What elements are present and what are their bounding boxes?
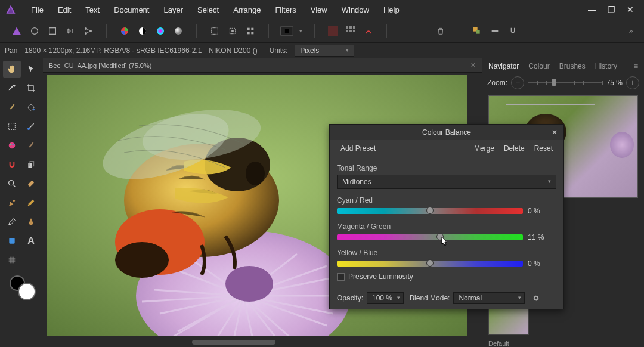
tab-navigator[interactable]: Navigator [486, 60, 521, 73]
svg-rect-32 [9, 123, 16, 130]
red-tool-icon[interactable] [360, 23, 377, 39]
horizontal-scrollbar[interactable] [192, 340, 275, 345]
pen-tool-icon[interactable] [3, 194, 21, 211]
menu-view[interactable]: View [304, 2, 335, 18]
paint-mixer-icon[interactable] [3, 137, 21, 154]
dialog-close-button[interactable]: ✕ [549, 127, 560, 138]
layer-thumbnail[interactable] [488, 309, 529, 335]
menu-filters[interactable]: Filters [268, 2, 303, 18]
zoom-out-button[interactable]: − [511, 76, 524, 89]
slider-thumb-0[interactable] [426, 207, 434, 214]
opacity-select[interactable]: 100 % [367, 292, 404, 304]
menu-edit[interactable]: Edit [51, 2, 78, 18]
slider-label-0: Cyan / Red [337, 196, 556, 205]
swatches-grid-icon[interactable] [342, 23, 359, 39]
tab-colour[interactable]: Colour [526, 60, 552, 73]
marquee-tool-icon[interactable] [3, 118, 21, 135]
pencil-tool-icon[interactable] [22, 194, 40, 211]
photo-persona-icon[interactable] [8, 23, 25, 39]
menu-help[interactable]: Help [376, 2, 407, 18]
colour-balance-dialog: Colour Balance ✕ Add Preset Merge Delete… [329, 124, 564, 309]
menu-select[interactable]: Select [190, 2, 226, 18]
grid-sel-icon[interactable] [242, 23, 259, 39]
eyedropper-icon[interactable] [3, 80, 21, 97]
document-tab[interactable]: Bee_CU_AA.jpg [Modified] (75.0%) ✕ [43, 58, 482, 73]
svg-rect-29 [476, 30, 480, 34]
mesh-tool-icon[interactable] [3, 252, 21, 268]
slider-track-1[interactable] [337, 234, 523, 240]
brush-tool-icon[interactable] [3, 99, 21, 116]
slider-value-0[interactable]: 0 % [528, 207, 556, 215]
crop-sel-icon[interactable] [224, 23, 241, 39]
add-preset-button[interactable]: Add Preset [336, 142, 380, 155]
zoom-in-button[interactable]: + [626, 76, 639, 89]
menu-document[interactable]: Document [107, 2, 156, 18]
gear-icon[interactable] [531, 293, 541, 303]
clone-tool-icon[interactable] [22, 156, 40, 173]
trash-icon[interactable] [432, 23, 449, 39]
blend-mode-select[interactable]: Normal [453, 292, 525, 304]
marquee-icon[interactable] [206, 23, 223, 39]
svg-point-52 [246, 162, 265, 185]
zoom-tool-icon[interactable] [3, 175, 21, 192]
fill-preview-icon[interactable] [278, 23, 295, 39]
align-icon[interactable] [487, 23, 503, 39]
export-persona-icon[interactable] [80, 23, 97, 39]
overflow-icon[interactable]: » [623, 23, 639, 39]
layers-icon[interactable] [469, 23, 485, 39]
maximize-button[interactable]: ❐ [602, 2, 620, 17]
magnet-tool-icon[interactable] [3, 156, 21, 173]
delete-button[interactable]: Delete [499, 142, 530, 155]
contrast-icon[interactable] [134, 23, 151, 39]
slider-thumb-1[interactable] [436, 233, 444, 240]
menu-arrange[interactable]: Arrange [226, 2, 268, 18]
svg-marker-2 [13, 27, 21, 35]
move-tool-icon[interactable] [22, 61, 40, 78]
tonal-range-select[interactable]: Midtones [337, 175, 556, 189]
color-swatches[interactable] [1, 275, 42, 302]
flood-fill-icon[interactable] [22, 99, 40, 116]
shape-tool-icon[interactable] [3, 233, 21, 249]
develop-persona-icon[interactable] [44, 23, 61, 39]
slider-track-2[interactable] [337, 261, 523, 267]
node-tool-icon[interactable] [3, 213, 21, 230]
crop-tool-icon[interactable] [22, 80, 40, 97]
preserve-luminosity-checkbox[interactable] [337, 273, 345, 281]
slider-track-0[interactable] [337, 208, 523, 214]
tone-map-persona-icon[interactable] [62, 23, 79, 39]
foreground-color-swatch[interactable] [18, 283, 36, 300]
tab-brushes[interactable]: Brushes [557, 60, 588, 73]
minimize-button[interactable]: — [583, 2, 601, 17]
close-tab-icon[interactable]: ✕ [470, 61, 476, 69]
sphere-icon[interactable] [170, 23, 187, 39]
menu-text[interactable]: Text [78, 2, 107, 18]
slider-value-1[interactable]: 11 % [528, 233, 556, 241]
color-wheel-icon[interactable] [116, 23, 133, 39]
healing-tool-icon[interactable] [22, 175, 40, 192]
merge-button[interactable]: Merge [469, 142, 499, 155]
liquify-persona-icon[interactable] [26, 23, 43, 39]
menu-file[interactable]: File [24, 2, 51, 18]
snap-icon[interactable] [504, 23, 521, 39]
smudge-tool-icon[interactable] [22, 137, 40, 154]
hue-icon[interactable] [152, 23, 169, 39]
dialog-titlebar[interactable]: Colour Balance ✕ [330, 125, 564, 140]
gradient-tool-icon[interactable] [22, 118, 40, 135]
red-swatch-icon[interactable] [324, 23, 341, 39]
panel-menu-icon[interactable]: ≡ [631, 60, 640, 73]
chevron-down-icon[interactable]: ▾ [296, 23, 305, 39]
vector-pen-icon[interactable] [22, 213, 40, 230]
reset-button[interactable]: Reset [530, 142, 558, 155]
zoom-slider[interactable] [528, 77, 603, 89]
slider-label-1: Magenta / Green [337, 222, 556, 231]
zoom-row: Zoom: − 75 % + [482, 74, 644, 92]
units-select[interactable]: Pixels ▾ [295, 45, 354, 57]
slider-thumb-2[interactable] [426, 259, 434, 267]
tab-history[interactable]: History [593, 60, 620, 73]
menu-window[interactable]: Window [335, 2, 376, 18]
close-window-button[interactable]: ✕ [621, 2, 639, 17]
text-tool-icon[interactable]: A [22, 233, 40, 249]
menu-layer[interactable]: Layer [156, 2, 190, 18]
slider-value-2[interactable]: 0 % [528, 259, 556, 268]
hand-tool-icon[interactable] [3, 61, 21, 78]
